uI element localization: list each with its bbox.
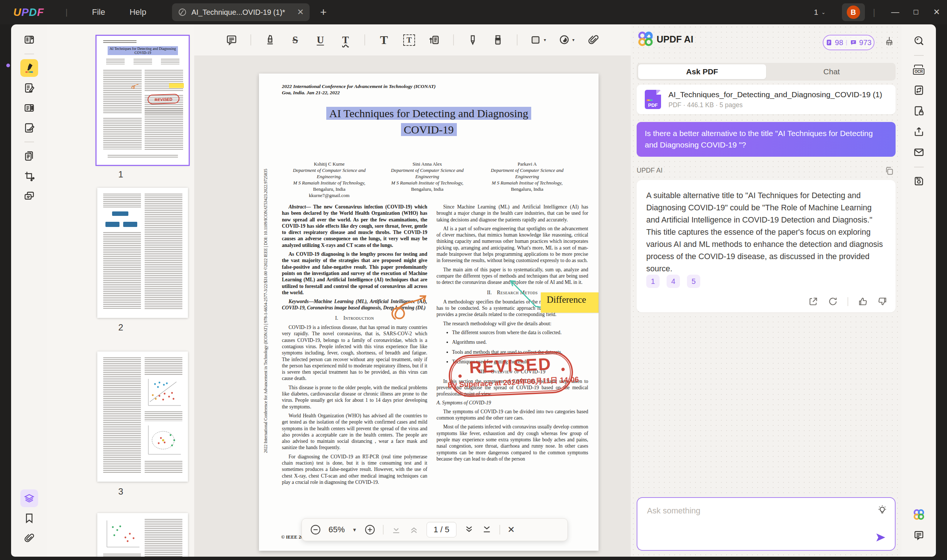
sticker-tool[interactable]: ▾ — [558, 32, 574, 47]
app-window: UPDF | File Help AI_Technique...OVID-19 … — [0, 0, 947, 560]
window-page-indicator[interactable]: 1⌄ — [814, 8, 825, 17]
tab-close-icon[interactable]: ✕ — [297, 8, 304, 17]
thumbnail-page-1[interactable]: AI Techniques for Detecting and Diagnosi… — [97, 36, 189, 165]
thumbnail-label: 1 — [47, 169, 194, 180]
zoom-level[interactable]: 65% — [329, 525, 345, 534]
ocr-button[interactable]: OCR — [910, 61, 928, 78]
tab-chat[interactable]: Chat — [768, 63, 896, 81]
layers-panel-button[interactable] — [20, 489, 38, 507]
prompt-ideas-icon[interactable] — [877, 505, 887, 515]
arrow-annotation[interactable] — [504, 276, 545, 310]
pdf-paragraph: This disease is prone to the older peopl… — [282, 385, 427, 410]
thumbnail-page-2[interactable] — [97, 188, 188, 318]
crop-icon — [24, 171, 35, 182]
user-question-bubble: Is there a better alternative to the tit… — [637, 122, 896, 157]
highlight-tool[interactable] — [264, 32, 276, 47]
pencil-tool[interactable] — [466, 32, 479, 47]
protect-button[interactable] — [910, 102, 928, 120]
attachments-button[interactable] — [20, 529, 38, 547]
ai-file-card[interactable]: PDF AI_Techniques_for_Detecting_and_Diag… — [637, 85, 896, 114]
titlebar-divider: | — [65, 8, 68, 17]
first-page-button[interactable] — [391, 525, 401, 535]
strikethrough-tool[interactable]: S — [289, 32, 301, 47]
pages-copy-button[interactable] — [20, 147, 38, 165]
edit-mode-button[interactable] — [20, 79, 38, 97]
thumbnail-preview — [97, 352, 188, 482]
page-ref-chip[interactable]: 1 — [646, 275, 660, 288]
updf-ai-clover-icon — [913, 508, 925, 521]
last-page-button[interactable] — [482, 525, 492, 535]
maximize-button[interactable]: ☐ — [905, 9, 926, 16]
save-button[interactable] — [910, 172, 928, 190]
revised-stamp-annotation[interactable]: REVISED By Superace at 2024年06月11日 14:06 — [448, 351, 574, 398]
previous-page-button[interactable] — [409, 525, 419, 535]
page-number-box[interactable]: 1 / 5 — [427, 522, 457, 537]
eraser-tool[interactable] — [492, 32, 504, 47]
share-icon — [913, 126, 924, 137]
ai-credits-badge[interactable]: 98 | 973 — [823, 35, 875, 50]
ask-input-box[interactable] — [637, 497, 896, 551]
thumbnail-page-4[interactable] — [97, 513, 188, 557]
squiggly-underline-tool[interactable]: T — [339, 32, 352, 47]
text-tool[interactable]: T — [378, 32, 390, 47]
paperclip-icon — [24, 533, 35, 544]
new-tab-button[interactable]: + — [320, 6, 327, 18]
zoom-out-button[interactable] — [310, 524, 321, 535]
email-button[interactable] — [910, 143, 928, 161]
document-tab[interactable]: AI_Technique...OVID-19 (1)* ✕ — [172, 3, 310, 21]
note-text: Difference — [541, 292, 598, 305]
copy-icon[interactable] — [884, 166, 894, 175]
search-button[interactable] — [910, 32, 928, 49]
account-button[interactable]: B — [842, 3, 865, 21]
page-ref-chip[interactable]: 4 — [666, 275, 680, 288]
convert-button[interactable] — [910, 81, 928, 99]
logo-letter: F — [37, 6, 44, 18]
menu-file[interactable]: File — [92, 8, 105, 17]
minimize-button[interactable]: — — [885, 8, 905, 17]
attach-file-tool[interactable] — [587, 32, 600, 47]
next-page-button[interactable] — [464, 525, 474, 535]
close-zoombar-button[interactable]: ✕ — [507, 525, 515, 535]
page-ref-chip[interactable]: 5 — [687, 275, 700, 288]
pdf-page[interactable]: 2022 International Conference for Advanc… — [259, 74, 598, 551]
ai-answer-text: A suitable alternative title to "AI Tech… — [646, 190, 886, 275]
tab-ask-pdf[interactable]: Ask PDF — [638, 64, 766, 79]
underline-tool[interactable]: U — [314, 32, 327, 47]
reader-mode-button[interactable] — [20, 31, 38, 49]
comments-panel-button[interactable] — [910, 526, 928, 544]
paperclip-icon — [588, 34, 599, 46]
slideshow-button[interactable] — [20, 187, 38, 205]
convert-icon — [913, 85, 924, 96]
clear-chat-icon[interactable] — [883, 35, 895, 47]
organize-pages-button[interactable] — [20, 99, 38, 117]
menu-help[interactable]: Help — [130, 8, 146, 17]
close-button[interactable]: ✕ — [926, 8, 947, 17]
thumbs-up-icon[interactable] — [858, 297, 868, 306]
thumbnail-page-3[interactable] — [97, 352, 188, 482]
share-button[interactable] — [910, 123, 928, 140]
text-box-tool[interactable]: T — [403, 32, 415, 47]
send-icon[interactable] — [875, 532, 887, 543]
mini-scatter-plot — [103, 519, 141, 550]
comment-mode-button[interactable] — [20, 59, 38, 77]
crop-button[interactable] — [20, 167, 38, 185]
bookmarks-button[interactable] — [20, 509, 38, 527]
callout-tool[interactable] — [428, 32, 441, 47]
zoom-toolbar: 65% ▼ 1 / 5 ✕ — [301, 518, 568, 541]
divider — [453, 34, 454, 45]
ask-input[interactable] — [637, 498, 895, 550]
pdf-bullet: The different sources from where the dat… — [452, 329, 588, 335]
export-icon[interactable] — [808, 297, 818, 306]
fill-sign-button[interactable] — [20, 119, 38, 137]
ai-file-name: AI_Techniques_for_Detecting_and_Diagnosi… — [668, 90, 882, 99]
thumbs-down-icon[interactable] — [878, 297, 887, 306]
updf-ai-button[interactable] — [910, 506, 928, 523]
zoom-dropdown-caret[interactable]: ▼ — [352, 527, 357, 533]
shapes-tool[interactable]: ▾ — [530, 32, 546, 47]
regenerate-icon[interactable] — [828, 297, 838, 306]
sticky-note-tool[interactable] — [225, 32, 238, 47]
eraser-icon — [492, 34, 504, 46]
zoom-in-button[interactable] — [364, 524, 375, 535]
sticky-note-annotation[interactable]: Difference — [541, 292, 598, 313]
swirl-arrow-annotation[interactable] — [388, 292, 430, 325]
